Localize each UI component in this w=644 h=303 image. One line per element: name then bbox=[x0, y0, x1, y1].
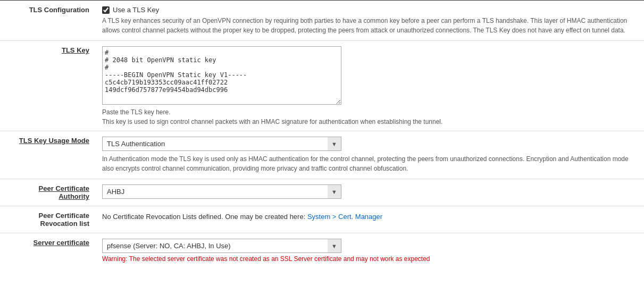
cert-manager-link[interactable]: System > Cert. Manager bbox=[307, 213, 382, 221]
tls-config-description: A TLS key enhances security of an OpenVP… bbox=[102, 16, 638, 35]
tls-key-hint2: This key is used to sign control channel… bbox=[102, 118, 638, 125]
peer-ca-row: Peer Certificate Authority AHBJ ▼ bbox=[0, 179, 644, 206]
tls-config-row: TLS Configuration Use a TLS Key A TLS ke… bbox=[0, 1, 644, 41]
peer-cert-revoke-value: No Certificate Revocation Lists defined.… bbox=[96, 206, 644, 233]
tls-config-value: Use a TLS Key A TLS key enhances securit… bbox=[96, 1, 644, 41]
server-cert-label: Server certificate bbox=[0, 233, 96, 268]
server-cert-value: pfsense (Server: NO, CA: AHBJ, In Use) ▼… bbox=[96, 233, 644, 268]
tls-usage-mode-value: TLS Authentication TLS Encryption and Au… bbox=[96, 131, 644, 179]
server-cert-select[interactable]: pfsense (Server: NO, CA: AHBJ, In Use) bbox=[102, 239, 341, 253]
peer-cert-revoke-label-text: Peer CertificateRevocation list bbox=[39, 212, 89, 228]
tls-key-label: TLS Key bbox=[0, 41, 96, 131]
server-cert-warning: Warning: The selected server certificate… bbox=[102, 255, 638, 263]
tls-usage-mode-label: TLS Key Usage Mode bbox=[0, 131, 96, 179]
tls-usage-mode-select-wrapper: TLS Authentication TLS Encryption and Au… bbox=[102, 137, 341, 151]
tls-config-label: TLS Configuration bbox=[0, 1, 96, 41]
server-cert-select-wrapper: pfsense (Server: NO, CA: AHBJ, In Use) ▼ bbox=[102, 239, 341, 253]
tls-key-value: # # 2048 bit OpenVPN static key # -----B… bbox=[96, 41, 644, 131]
use-tls-key-row: Use a TLS Key bbox=[102, 6, 638, 14]
tls-key-hint1: Paste the TLS key here. bbox=[102, 108, 638, 116]
tls-usage-mode-row: TLS Key Usage Mode TLS Authentication TL… bbox=[0, 131, 644, 179]
tls-key-row: TLS Key # # 2048 bit OpenVPN static key … bbox=[0, 41, 644, 131]
peer-cert-revoke-no-lists-text: No Certificate Revocation Lists defined.… bbox=[102, 213, 307, 221]
tls-usage-mode-description: In Authentication mode the TLS key is us… bbox=[102, 154, 638, 173]
server-cert-row: Server certificate pfsense (Server: NO, … bbox=[0, 233, 644, 268]
tls-key-textarea[interactable]: # # 2048 bit OpenVPN static key # -----B… bbox=[102, 46, 341, 105]
tls-usage-mode-select[interactable]: TLS Authentication TLS Encryption and Au… bbox=[102, 137, 341, 151]
use-tls-key-label: Use a TLS Key bbox=[113, 6, 159, 14]
peer-cert-revoke-label: Peer CertificateRevocation list bbox=[0, 206, 96, 233]
peer-ca-value: AHBJ ▼ bbox=[96, 179, 644, 206]
peer-ca-select-wrapper: AHBJ ▼ bbox=[102, 184, 341, 199]
use-tls-key-checkbox[interactable] bbox=[102, 6, 110, 14]
peer-ca-label: Peer Certificate Authority bbox=[0, 179, 96, 206]
peer-cert-revoke-row: Peer CertificateRevocation list No Certi… bbox=[0, 206, 644, 233]
config-table: TLS Configuration Use a TLS Key A TLS ke… bbox=[0, 0, 644, 268]
peer-ca-select[interactable]: AHBJ bbox=[102, 184, 341, 199]
